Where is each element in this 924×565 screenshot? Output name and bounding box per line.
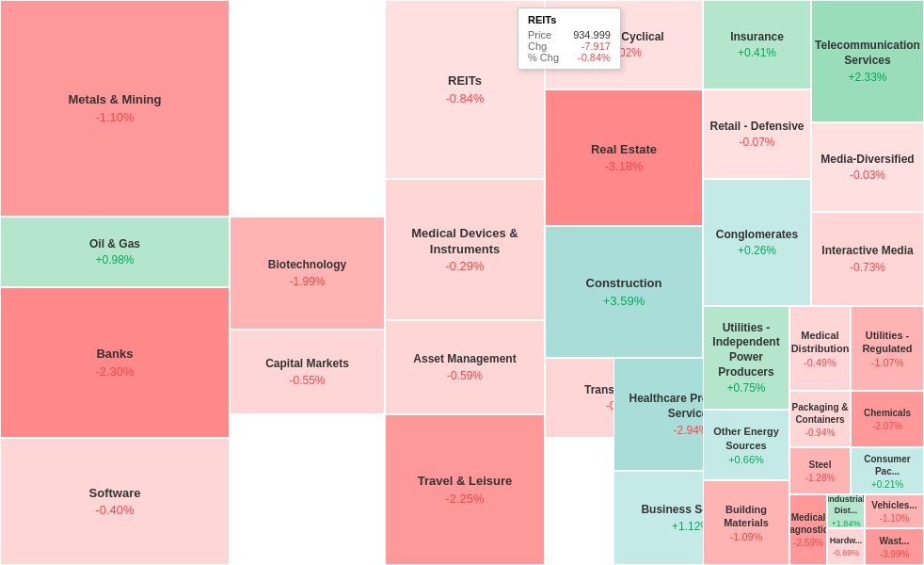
cell-label-industrial-dist: Industrial Dist... bbox=[827, 494, 865, 516]
cell-value-hardw: -0.69% bbox=[833, 548, 860, 557]
cell-value-consumer-packaged: +0.21% bbox=[871, 479, 903, 490]
cell-reits[interactable]: REITs-0.84% bbox=[385, 0, 545, 179]
cell-retail-cyclical[interactable]: Retail -Cyclical-0.02% bbox=[545, 0, 703, 89]
cell-biotechnology[interactable]: Biotechnology-1.99% bbox=[230, 217, 385, 330]
cell-label-building-materials: Building Materials bbox=[704, 503, 789, 530]
cell-software[interactable]: Software-0.40% bbox=[0, 438, 230, 565]
cell-oil-gas[interactable]: Oil & Gas+0.98% bbox=[0, 217, 230, 287]
cell-value-media-diversified: -0.03% bbox=[850, 169, 885, 182]
cell-label-banks: Banks bbox=[96, 347, 133, 363]
cell-label-biotechnology: Biotechnology bbox=[268, 258, 346, 273]
cell-interactive-media[interactable]: Interactive Media-0.73% bbox=[811, 212, 924, 306]
cell-label-conglomerates: Conglomerates bbox=[716, 228, 798, 243]
cell-capital-markets[interactable]: Capital Markets-0.55% bbox=[230, 330, 385, 414]
cell-value-retail-cyclical: -0.02% bbox=[606, 46, 642, 59]
cell-industrial-dist[interactable]: Industrial Dist...+1.84% bbox=[827, 494, 865, 528]
cell-retail-defensive[interactable]: Retail - Defensive-0.07% bbox=[703, 89, 811, 179]
cell-label-retail-cyclical: Retail -Cyclical bbox=[583, 30, 663, 45]
cell-label-interactive-media: Interactive Media bbox=[821, 244, 913, 259]
cell-value-building-materials: -1.09% bbox=[730, 531, 763, 542]
cell-telecommunication[interactable]: Telecommunication Services+2.33% bbox=[811, 0, 924, 122]
cell-label-vehicles: Vehicles... bbox=[871, 499, 916, 511]
cell-value-utilities-ip: +0.75% bbox=[726, 381, 765, 395]
cell-value-real-estate: -3.18% bbox=[604, 159, 643, 173]
cell-utilities-regulated[interactable]: Utilities - Regulated-1.07% bbox=[851, 306, 924, 391]
cell-packaging-containers[interactable]: Packaging & Containers-0.94% bbox=[789, 391, 851, 447]
cell-value-packaging-containers: -0.94% bbox=[805, 428, 836, 438]
cell-label-capital-markets: Capital Markets bbox=[265, 357, 349, 372]
treemap-container: REITs Price 934.999 Chg -7.917 % Chg -0.… bbox=[0, 0, 924, 565]
cell-label-utilities-ip: Utilities - Independent Power Producers bbox=[704, 321, 789, 379]
cell-vehicles[interactable]: Vehicles...-1.10% bbox=[865, 494, 924, 528]
cell-value-capital-markets: -0.55% bbox=[289, 374, 325, 387]
cell-label-software: Software bbox=[89, 486, 141, 502]
cell-media-diversified[interactable]: Media-Diversified-0.03% bbox=[811, 122, 924, 212]
cell-label-medical-diagnostic: Medical Diagnostic... bbox=[789, 511, 827, 536]
cell-value-asset-management: -0.59% bbox=[447, 369, 483, 382]
cell-value-travel-leisure: -2.25% bbox=[445, 492, 484, 506]
cell-value-construction: +3.59% bbox=[603, 294, 645, 308]
cell-real-estate[interactable]: Real Estate-3.18% bbox=[545, 89, 703, 226]
cell-value-banks: -2.30% bbox=[95, 364, 134, 379]
cell-chemicals[interactable]: Chemicals-2.07% bbox=[851, 391, 924, 447]
cell-value-vehicles: -1.10% bbox=[880, 513, 910, 524]
cell-value-industrial-dist: +1.84% bbox=[832, 519, 861, 528]
cell-value-wast: -3.99% bbox=[880, 549, 910, 559]
cell-label-asset-management: Asset Management bbox=[413, 352, 516, 367]
cell-steel[interactable]: Steel-1.28% bbox=[789, 447, 851, 494]
cell-label-packaging-containers: Packaging & Containers bbox=[790, 401, 850, 426]
cell-value-interactive-media: -0.73% bbox=[850, 261, 885, 274]
cell-medical-devices[interactable]: Medical Devices & Instruments-0.29% bbox=[385, 179, 545, 320]
cell-hardw[interactable]: Hardw...-0.69% bbox=[827, 528, 865, 565]
cell-label-wast: Wast... bbox=[880, 535, 910, 547]
cell-wast[interactable]: Wast...-3.99% bbox=[865, 528, 924, 565]
cell-building-materials[interactable]: Building Materials-1.09% bbox=[703, 480, 789, 565]
cell-value-medical-distribution: -0.49% bbox=[804, 357, 836, 368]
cell-asset-management[interactable]: Asset Management-0.59% bbox=[385, 320, 545, 414]
cell-value-oil-gas: +0.98% bbox=[95, 253, 134, 266]
cell-value-biotechnology: -1.99% bbox=[289, 275, 325, 288]
cell-metals-mining[interactable]: Metals & Mining-1.10% bbox=[0, 0, 230, 217]
cell-insurance[interactable]: Insurance+0.41% bbox=[703, 0, 811, 89]
cell-label-reits: REITs bbox=[448, 73, 482, 89]
cell-label-chemicals: Chemicals bbox=[864, 407, 911, 419]
cell-value-other-energy: +0.66% bbox=[728, 454, 764, 465]
cell-label-utilities-regulated: Utilities - Regulated bbox=[852, 329, 923, 356]
cell-value-medical-devices: -0.29% bbox=[445, 259, 484, 273]
cell-label-real-estate: Real Estate bbox=[591, 142, 657, 158]
cell-medical-distribution[interactable]: Medical Distribution-0.49% bbox=[789, 306, 851, 391]
cell-label-oil-gas: Oil & Gas bbox=[89, 237, 140, 252]
cell-label-medical-devices: Medical Devices & Instruments bbox=[386, 226, 544, 258]
cell-medical-diagnostic[interactable]: Medical Diagnostic...-2.59% bbox=[789, 494, 827, 565]
cell-value-medical-diagnostic: -2.59% bbox=[793, 538, 823, 548]
cell-travel-leisure[interactable]: Travel & Leisure-2.25% bbox=[385, 414, 545, 565]
cell-label-media-diversified: Media-Diversified bbox=[820, 153, 914, 168]
cell-conglomerates[interactable]: Conglomerates+0.26% bbox=[703, 179, 811, 306]
cell-label-insurance: Insurance bbox=[730, 30, 784, 45]
cell-label-hardw: Hardw... bbox=[830, 536, 863, 547]
cell-label-medical-distribution: Medical Distribution bbox=[790, 329, 850, 356]
cell-label-metals-mining: Metals & Mining bbox=[69, 92, 162, 108]
cell-value-reits: -0.84% bbox=[445, 91, 484, 105]
cell-banks[interactable]: Banks-2.30% bbox=[0, 287, 230, 438]
cell-value-software: -0.40% bbox=[95, 503, 134, 517]
cell-label-retail-defensive: Retail - Defensive bbox=[709, 120, 804, 135]
cell-label-other-energy: Other Energy Sources bbox=[704, 425, 789, 452]
cell-construction[interactable]: Construction+3.59% bbox=[545, 226, 703, 358]
cell-label-steel: Steel bbox=[809, 459, 832, 471]
cell-value-conglomerates: +0.26% bbox=[738, 244, 776, 257]
cell-value-metals-mining: -1.10% bbox=[95, 110, 134, 124]
cell-value-utilities-regulated: -1.07% bbox=[871, 357, 904, 368]
cell-value-insurance: +0.41% bbox=[738, 46, 776, 59]
cell-consumer-packaged[interactable]: Consumer Pac...+0.21% bbox=[851, 447, 924, 494]
cell-label-construction: Construction bbox=[586, 276, 662, 292]
cell-label-telecommunication: Telecommunication Services bbox=[812, 39, 923, 68]
cell-other-energy[interactable]: Other Energy Sources+0.66% bbox=[703, 410, 789, 480]
cell-value-retail-defensive: -0.07% bbox=[739, 136, 774, 149]
cell-value-steel: -1.28% bbox=[805, 473, 836, 483]
cell-utilities-ip[interactable]: Utilities - Independent Power Producers+… bbox=[703, 306, 789, 410]
cell-value-chemicals: -2.07% bbox=[872, 421, 902, 431]
cell-label-travel-leisure: Travel & Leisure bbox=[418, 474, 512, 490]
cell-value-telecommunication: +2.33% bbox=[848, 71, 886, 84]
cell-label-consumer-packaged: Consumer Pac... bbox=[852, 453, 923, 477]
